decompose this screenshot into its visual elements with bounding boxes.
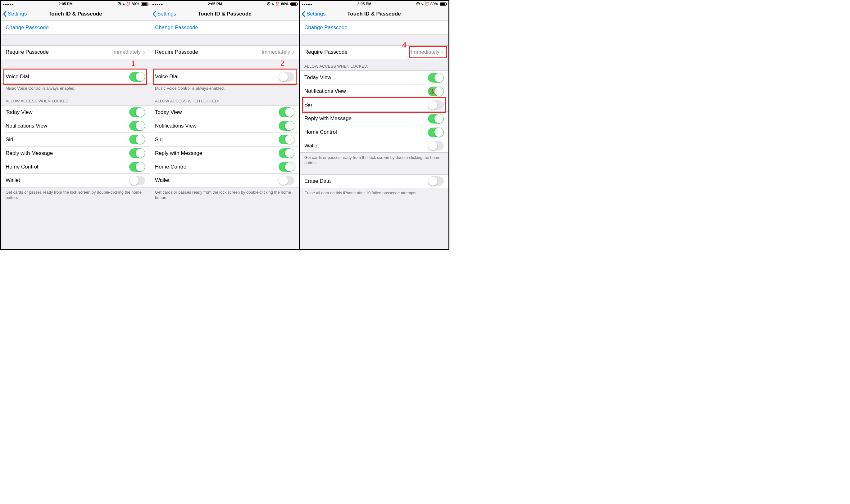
voice-dial-row[interactable]: Voice Dial: [1, 70, 150, 84]
wallet-row-label: Wallet: [304, 143, 428, 149]
home-control-row-toggle[interactable]: [129, 162, 145, 172]
siri-row-label: Siri: [304, 102, 428, 108]
today-view-row-label: Today View: [304, 74, 428, 81]
reply-with-message-row[interactable]: Reply with Message: [150, 146, 299, 160]
alarm-icon: ⏰: [276, 2, 280, 6]
reply-with-message-row-toggle[interactable]: [129, 148, 145, 158]
location-icon: ➤: [122, 2, 125, 6]
siri-toggle[interactable]: [279, 135, 294, 144]
erase-data-row[interactable]: Erase Data: [300, 175, 448, 188]
change-passcode-row[interactable]: Change Passcode: [300, 21, 448, 34]
orientation-lock-icon: ⦿: [117, 2, 121, 6]
battery-percent: 80%: [430, 2, 438, 6]
battery-percent: 80%: [281, 2, 289, 6]
screen-1: ●●●●● 2:05 PM ⦿ ➤ ⏰ 80% Settings Touch I…: [1, 1, 150, 249]
home-control-row-label: Home Control: [304, 129, 428, 135]
siri-row[interactable]: Siri: [1, 133, 150, 146]
orientation-lock-icon: ⦿: [267, 2, 271, 6]
today-view-row[interactable]: Today View: [150, 106, 299, 119]
siri-toggle[interactable]: [129, 135, 145, 144]
battery-icon: [141, 2, 148, 5]
wallet-row[interactable]: Wallet: [1, 174, 150, 187]
status-bar: ●●●●● 2:05 PM ⦿ ➤ ⏰ 80%: [1, 1, 150, 7]
change-passcode-row[interactable]: Change Passcode: [1, 21, 150, 34]
voice-dial-toggle[interactable]: [129, 72, 145, 82]
voice-dial-label: Voice Dial: [5, 74, 129, 80]
wallet-row-label: Wallet: [155, 177, 279, 183]
chevron-right-icon: [441, 50, 444, 54]
nav-title: Touch ID & Passcode: [49, 11, 102, 17]
chevron-left-icon: [3, 11, 6, 17]
notifications-view-row-label: Notifications View: [155, 123, 279, 129]
today-view-row-toggle[interactable]: [428, 73, 444, 83]
wallet-row[interactable]: Wallet: [300, 139, 448, 153]
orientation-lock-icon: ⦿: [416, 2, 420, 6]
signal-strength-icon: ●●●●●: [301, 2, 312, 6]
require-passcode-row[interactable]: Require Passcode Immediately: [1, 45, 150, 59]
screen-2: ●●●●● 2:05 PM ⦿ ➤ ⏰ 80% Settings Touch I…: [150, 1, 300, 249]
wallet-row-toggle[interactable]: [129, 176, 145, 185]
notifications-view-row-toggle[interactable]: [428, 87, 444, 96]
nav-title: Touch ID & Passcode: [198, 11, 251, 17]
nav-bar: Settings Touch ID & Passcode: [300, 7, 448, 21]
change-passcode-label: Change Passcode: [155, 24, 294, 31]
today-view-row[interactable]: Today View: [300, 71, 448, 85]
back-button-label: Settings: [8, 11, 27, 17]
reply-with-message-row-toggle[interactable]: [279, 148, 294, 158]
home-control-row-toggle[interactable]: [428, 128, 444, 137]
voice-dial-toggle[interactable]: [279, 72, 294, 82]
battery-icon: [290, 2, 297, 5]
status-bar: ●●●●● 2:05 PM ⦿ ➤ ⏰ 80%: [150, 1, 299, 7]
nav-bar: Settings Touch ID & Passcode: [150, 7, 299, 21]
reply-with-message-row-label: Reply with Message: [304, 115, 428, 122]
require-passcode-row[interactable]: Require Passcode Immediately: [150, 45, 299, 59]
today-view-row-toggle[interactable]: [129, 107, 145, 117]
back-button[interactable]: Settings: [300, 11, 326, 17]
notifications-view-row-toggle[interactable]: [129, 121, 145, 131]
notifications-view-row-toggle[interactable]: [279, 121, 294, 131]
notifications-view-row[interactable]: Notifications View: [300, 85, 448, 98]
back-button[interactable]: Settings: [1, 11, 27, 17]
today-view-row-toggle[interactable]: [279, 107, 294, 117]
home-control-row[interactable]: Home Control: [1, 160, 150, 174]
signal-strength-icon: ●●●●●: [152, 2, 163, 6]
siri-toggle[interactable]: [428, 100, 444, 110]
siri-row[interactable]: Siri: [150, 133, 299, 146]
voice-dial-footer: Music Voice Control is always enabled.: [150, 84, 299, 94]
notifications-view-row[interactable]: Notifications View: [150, 119, 299, 133]
chevron-left-icon: [301, 11, 305, 17]
change-passcode-label: Change Passcode: [5, 24, 145, 31]
status-time: 2:05 PM: [357, 2, 371, 6]
battery-percent: 80%: [132, 2, 139, 6]
back-button[interactable]: Settings: [150, 11, 176, 17]
reply-with-message-row[interactable]: Reply with Message: [1, 146, 150, 160]
voice-dial-row[interactable]: Voice Dial: [150, 70, 299, 84]
nav-title: Touch ID & Passcode: [347, 11, 401, 17]
wallet-row[interactable]: Wallet: [150, 174, 299, 187]
wallet-footer: Get cards or passes ready from the lock …: [150, 187, 299, 203]
wallet-footer: Get cards or passes ready from the lock …: [300, 153, 448, 168]
wallet-row-toggle[interactable]: [428, 141, 444, 150]
nav-bar: Settings Touch ID & Passcode: [1, 7, 150, 21]
status-bar: ●●●●● 2:05 PM ⦿ ➤ ⏰ 80%: [300, 1, 448, 7]
require-passcode-row[interactable]: Require Passcode Immediately: [300, 45, 448, 59]
require-passcode-value: Immediately: [261, 49, 290, 55]
siri-row[interactable]: Siri: [300, 98, 448, 112]
require-passcode-value: Immediately: [112, 49, 141, 55]
back-button-label: Settings: [157, 11, 176, 17]
home-control-row[interactable]: Home Control: [150, 160, 299, 174]
location-icon: ➤: [421, 2, 423, 6]
home-control-row-toggle[interactable]: [279, 162, 294, 172]
reply-with-message-row-toggle[interactable]: [428, 114, 444, 124]
wallet-row-toggle[interactable]: [279, 176, 294, 185]
chevron-right-icon: [142, 50, 145, 54]
notifications-view-row[interactable]: Notifications View: [1, 119, 150, 133]
signal-strength-icon: ●●●●●: [3, 2, 14, 6]
change-passcode-label: Change Passcode: [304, 24, 444, 31]
change-passcode-row[interactable]: Change Passcode: [150, 21, 299, 34]
home-control-row[interactable]: Home Control: [300, 125, 448, 139]
voice-dial-footer: Music Voice Control is always enabled.: [1, 84, 150, 94]
today-view-row[interactable]: Today View: [1, 106, 150, 119]
reply-with-message-row[interactable]: Reply with Message: [300, 112, 448, 125]
erase-data-toggle[interactable]: [428, 176, 444, 186]
